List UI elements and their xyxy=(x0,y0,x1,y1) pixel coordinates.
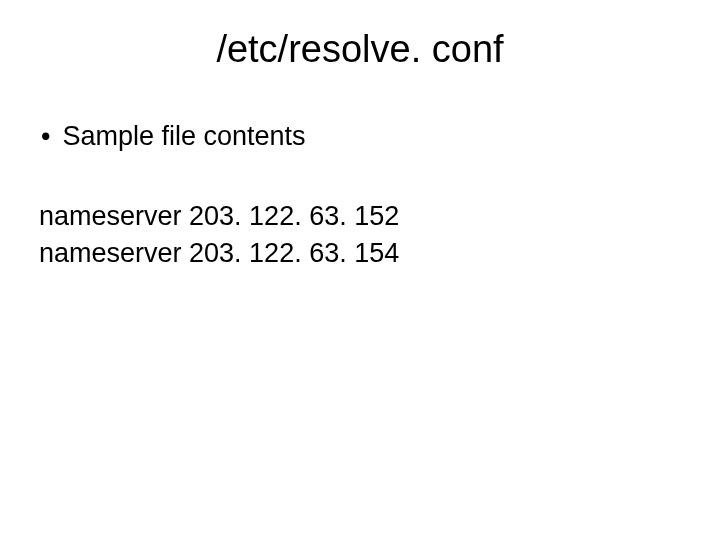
slide-title: /etc/resolve. conf xyxy=(35,28,685,71)
bullet-text: Sample file contents xyxy=(62,119,305,154)
bullet-item: • Sample file contents xyxy=(35,119,685,154)
content-line: nameserver 203. 122. 63. 154 xyxy=(39,235,685,271)
bullet-marker: • xyxy=(41,119,50,154)
content-line: nameserver 203. 122. 63. 152 xyxy=(39,198,685,234)
slide-container: /etc/resolve. conf • Sample file content… xyxy=(0,0,720,540)
